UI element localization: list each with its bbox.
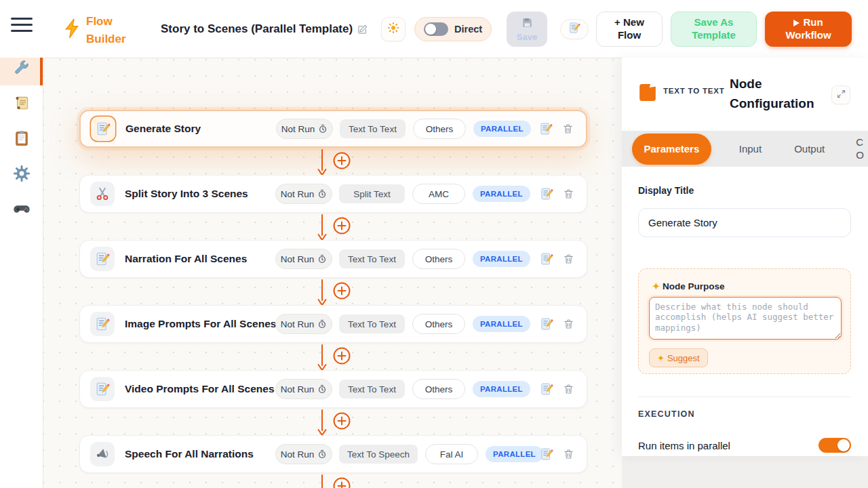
delete-node-icon[interactable]: [563, 383, 574, 395]
node-type-badge: Split Text: [339, 184, 405, 203]
tab-truncated[interactable]: CO: [856, 136, 868, 162]
status-badge: Not Run: [275, 314, 332, 334]
flow-node[interactable]: Image Prompts For All Scenes Not Run Tex…: [79, 305, 587, 343]
stopwatch-icon: [317, 319, 327, 329]
tab-input[interactable]: Input: [739, 143, 762, 155]
parallel-badge: PARALLEL: [473, 121, 531, 137]
parallel-badge: PARALLEL: [473, 186, 530, 202]
gamepad-icon: [12, 199, 31, 221]
display-title-input[interactable]: [638, 208, 851, 237]
provider-badge: AMC: [412, 184, 465, 204]
flow-node[interactable]: Video Prompts For All Scenes Not Run Tex…: [79, 370, 587, 408]
run-workflow-button[interactable]: Run Workflow: [765, 12, 852, 47]
node-purpose-textarea[interactable]: [649, 297, 842, 340]
run-workflow-label: Run Workflow: [785, 16, 831, 41]
delete-node-icon[interactable]: [562, 123, 574, 135]
speaker-icon: [90, 442, 115, 466]
memo-icon: [90, 312, 115, 336]
parallel-badge: PARALLEL: [473, 316, 530, 332]
node-connector: [317, 409, 365, 436]
add-node-button[interactable]: [333, 347, 351, 365]
status-badge: Not Run: [275, 249, 332, 269]
provider-badge: Fal AI: [425, 444, 478, 464]
flow-node[interactable]: Narration For All Scenes Not Run Text To…: [79, 240, 587, 278]
display-title-label: Display Title: [638, 185, 694, 196]
execution-section-label: EXECUTION: [638, 409, 695, 419]
add-node-button[interactable]: [333, 152, 351, 169]
panel-tab-bar: Parameters Input Output CO: [622, 131, 868, 167]
edit-node-icon[interactable]: [540, 252, 553, 266]
edit-node-icon[interactable]: [540, 447, 553, 461]
add-node-button[interactable]: [333, 217, 351, 235]
stopwatch-icon: [317, 449, 327, 459]
play-icon: [793, 20, 800, 26]
run-parallel-label: Run items in parallel: [638, 440, 730, 451]
direct-switch[interactable]: [424, 22, 448, 36]
theme-toggle-button[interactable]: [381, 17, 406, 41]
direct-mode-toggle[interactable]: Direct: [414, 17, 492, 41]
hamburger-menu-icon[interactable]: [11, 18, 33, 35]
floppy-disk-icon: [521, 16, 534, 31]
down-arrow-icon: [317, 149, 327, 176]
edit-node-icon[interactable]: [539, 122, 553, 136]
delete-node-icon[interactable]: [563, 188, 574, 200]
save-button[interactable]: Save: [507, 12, 547, 47]
expand-panel-button[interactable]: [831, 85, 850, 104]
node-connector: [317, 214, 365, 241]
sidebar-item-clipboard[interactable]: [0, 123, 43, 156]
node-connector: [317, 279, 365, 306]
node-purpose-label: ✦Node Purpose: [652, 281, 724, 291]
app-logo[interactable]: Flow Builder: [86, 13, 138, 49]
down-arrow-icon: [317, 214, 327, 241]
status-badge: Not Run: [275, 444, 332, 464]
direct-label: Direct: [454, 24, 482, 35]
node-type-badge: Text To Speech: [339, 445, 418, 464]
notes-button[interactable]: [560, 19, 589, 39]
tab-parameters[interactable]: Parameters: [632, 134, 711, 165]
edit-title-icon[interactable]: [357, 24, 368, 38]
stopwatch-icon: [318, 124, 328, 134]
panel-title: Node Configuration: [730, 75, 835, 113]
text-to-text-icon: [638, 83, 657, 104]
node-type-badge: Text To Text: [339, 249, 405, 268]
edit-node-icon[interactable]: [540, 382, 553, 396]
sidebar-item-gamepad[interactable]: [0, 194, 43, 226]
add-node-button[interactable]: [333, 282, 351, 300]
new-flow-button[interactable]: + New Flow: [596, 12, 663, 47]
delete-node-icon[interactable]: [563, 448, 574, 460]
node-type-badge: Text To Text: [339, 380, 405, 399]
node-title: Speech For All Narrations: [125, 448, 254, 460]
node-purpose-section: ✦Node Purpose ✦Suggest: [638, 268, 851, 374]
edit-node-icon[interactable]: [540, 187, 553, 201]
tab-output[interactable]: Output: [794, 143, 825, 155]
node-configuration-panel: TEXT TO TEXT Node Configuration Paramete…: [622, 58, 868, 456]
sidebar-item-gear[interactable]: [0, 159, 43, 191]
status-badge: Not Run: [275, 184, 332, 204]
node-connector: [317, 344, 365, 371]
node-type-badge: Text To Text: [339, 314, 405, 333]
parallel-badge: PARALLEL: [473, 251, 530, 267]
clipboard-icon: [13, 129, 31, 150]
provider-badge: Others: [412, 314, 465, 334]
sidebar-item-wrench[interactable]: [0, 53, 43, 85]
memo-icon: [90, 247, 115, 271]
delete-node-icon[interactable]: [563, 318, 574, 330]
add-node-button[interactable]: [333, 477, 351, 488]
save-as-template-button[interactable]: Save As Template: [671, 12, 757, 47]
add-node-button[interactable]: [333, 412, 351, 430]
sparkles-icon: ✦: [652, 281, 660, 291]
top-bar: Flow Builder Story to Scenes (Parallel T…: [0, 0, 868, 58]
run-parallel-toggle[interactable]: [818, 438, 851, 453]
flow-node[interactable]: Split Story Into 3 Scenes Not Run Split …: [79, 175, 587, 213]
edit-node-icon[interactable]: [540, 317, 553, 331]
expand-icon: [836, 89, 846, 102]
parallel-badge: PARALLEL: [486, 446, 543, 462]
suggest-button[interactable]: ✦Suggest: [649, 348, 708, 367]
flow-canvas[interactable]: Generate Story Not Run Text To Text Othe…: [43, 58, 622, 488]
save-as-template-label: Save As Template: [686, 16, 742, 42]
delete-node-icon[interactable]: [563, 253, 574, 265]
flow-node[interactable]: Generate Story Not Run Text To Text Othe…: [79, 110, 587, 148]
memo-icon: [90, 377, 115, 401]
flow-node[interactable]: Speech For All Narrations Not Run Text T…: [79, 435, 587, 473]
sidebar-item-scroll[interactable]: [0, 88, 43, 121]
